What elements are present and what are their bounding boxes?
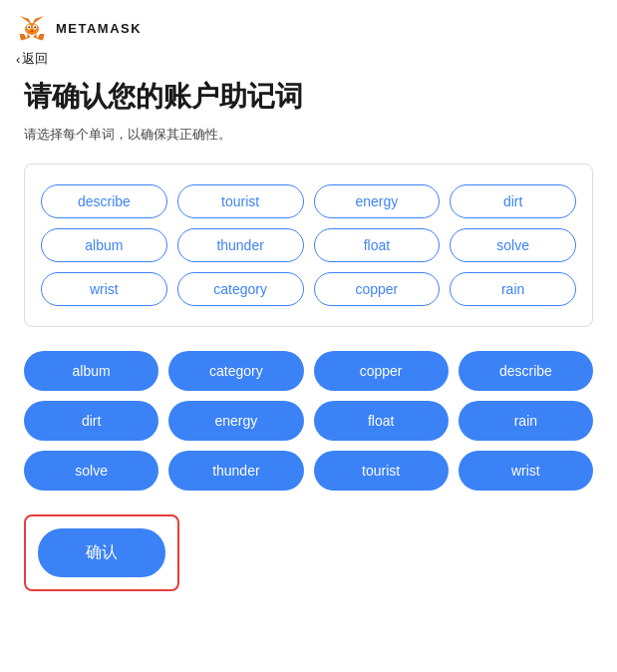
answer-word-category[interactable]: category xyxy=(177,272,304,306)
confirm-button[interactable]: 确认 xyxy=(38,528,165,577)
answer-grid: describe tourist energy dirt album thund… xyxy=(24,164,593,327)
answer-word-rain[interactable]: rain xyxy=(450,272,576,306)
svg-marker-6 xyxy=(27,34,31,39)
header: METAMASK xyxy=(0,0,617,48)
confirm-area: 确认 xyxy=(24,514,179,591)
word-btn-album[interactable]: album xyxy=(24,351,158,391)
svg-marker-1 xyxy=(20,16,31,24)
answer-row-3: wrist category copper rain xyxy=(41,272,576,306)
answer-row-1: describe tourist energy dirt xyxy=(41,184,576,218)
svg-marker-2 xyxy=(37,34,45,41)
word-btn-wrist[interactable]: wrist xyxy=(459,451,593,491)
word-btn-solve[interactable]: solve xyxy=(24,451,158,491)
back-link[interactable]: ‹ 返回 xyxy=(0,48,617,80)
svg-point-12 xyxy=(34,26,36,28)
word-btn-copper[interactable]: copper xyxy=(314,351,449,391)
word-btn-category[interactable]: category xyxy=(168,351,303,391)
svg-marker-3 xyxy=(20,34,28,41)
answer-word-copper[interactable]: copper xyxy=(314,272,441,306)
svg-marker-7 xyxy=(33,34,37,39)
word-btn-tourist[interactable]: tourist xyxy=(314,451,449,491)
back-arrow-icon: ‹ xyxy=(16,52,20,67)
back-label: 返回 xyxy=(22,50,48,68)
page-subtitle: 请选择每个单词，以确保其正确性。 xyxy=(24,126,593,144)
answer-word-thunder[interactable]: thunder xyxy=(177,228,304,262)
answer-row-2: album thunder float solve xyxy=(41,228,576,262)
answer-word-dirt[interactable]: dirt xyxy=(450,184,576,218)
answer-word-energy[interactable]: energy xyxy=(314,184,441,218)
word-btn-thunder[interactable]: thunder xyxy=(168,451,303,491)
page-title: 请确认您的账户助记词 xyxy=(24,80,593,114)
answer-word-wrist[interactable]: wrist xyxy=(41,272,167,306)
svg-point-8 xyxy=(25,23,39,35)
word-btn-energy[interactable]: energy xyxy=(168,401,303,441)
answer-word-tourist[interactable]: tourist xyxy=(177,184,304,218)
answer-word-album[interactable]: album xyxy=(41,228,167,262)
logo-text: METAMASK xyxy=(56,21,142,36)
answer-word-float[interactable]: float xyxy=(314,228,441,262)
answer-word-solve[interactable]: solve xyxy=(450,228,576,262)
svg-marker-0 xyxy=(33,16,44,24)
svg-point-11 xyxy=(28,26,30,28)
word-btn-dirt[interactable]: dirt xyxy=(24,401,158,441)
answer-word-describe[interactable]: describe xyxy=(41,184,167,218)
metamask-logo xyxy=(16,12,48,44)
page-content: 请确认您的账户助记词 请选择每个单词，以确保其正确性。 describe tou… xyxy=(0,80,617,615)
word-btn-describe[interactable]: describe xyxy=(459,351,593,391)
word-btn-float[interactable]: float xyxy=(314,401,449,441)
word-buttons-grid: album category copper describe dirt ener… xyxy=(24,351,593,491)
word-btn-rain[interactable]: rain xyxy=(459,401,593,441)
